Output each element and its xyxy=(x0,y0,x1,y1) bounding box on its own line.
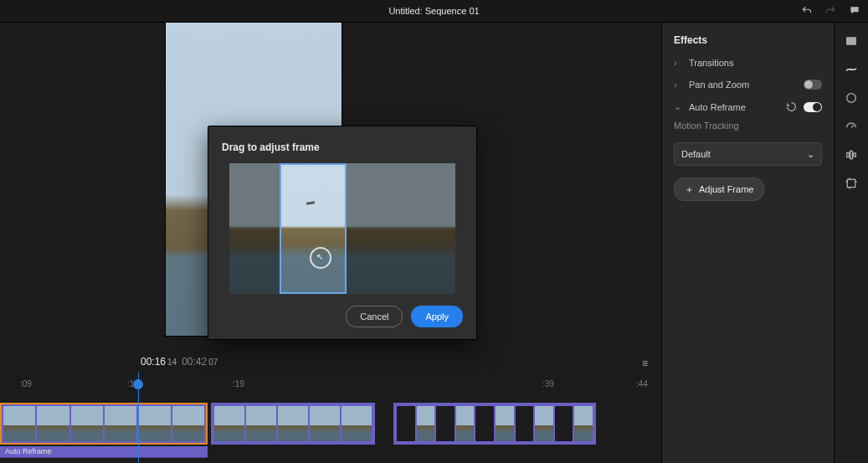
cancel-button[interactable]: Cancel xyxy=(346,306,403,327)
apply-button[interactable]: Apply xyxy=(411,306,463,327)
crop-shade-left xyxy=(229,163,280,294)
cursor-arrow-icon: ↖ xyxy=(316,252,323,261)
dialog-title: Drag to adjust frame xyxy=(222,141,463,153)
adjust-frame-dialog: Drag to adjust frame ↖ Cancel Apply xyxy=(208,126,477,340)
frame-preview[interactable]: ↖ xyxy=(229,163,455,294)
crop-selection[interactable] xyxy=(280,163,347,294)
crop-shade-right xyxy=(347,163,455,294)
